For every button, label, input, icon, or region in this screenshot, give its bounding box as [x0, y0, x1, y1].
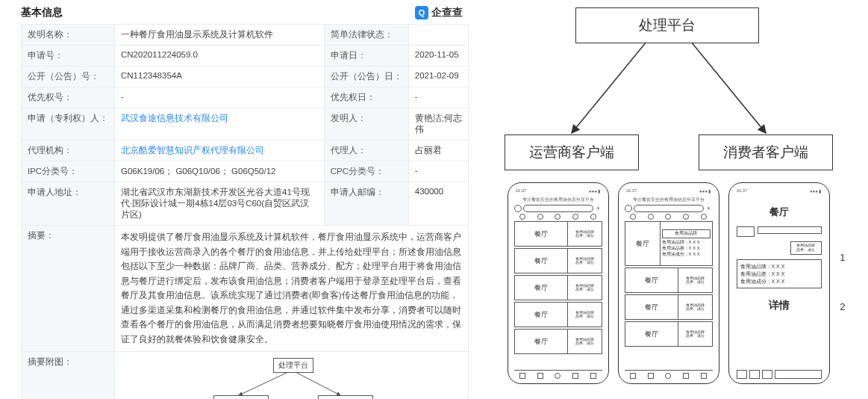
agency-link[interactable]: 北京酷爱智慧知识产权代理有限公司: [121, 146, 264, 155]
footer-icon[interactable]: [749, 370, 760, 379]
time-icon: 16:37: [737, 188, 748, 193]
location-icon: [514, 205, 522, 212]
svg-line-2: [572, 42, 646, 133]
applicant-link[interactable]: 武汉食途信息技术有限公司: [121, 114, 228, 123]
list-item[interactable]: 餐厅食用油品牌品类、成分: [625, 294, 713, 320]
tab-icon[interactable]: [537, 214, 543, 220]
tab-small[interactable]: [737, 226, 755, 237]
svg-line-0: [239, 371, 290, 395]
footer-icon[interactable]: [762, 370, 772, 379]
app-title: 专注餐饮安全的食用油信息分享平台: [511, 197, 605, 203]
tab-icon[interactable]: [590, 214, 596, 220]
signal-icon: ●●● ▮: [589, 188, 601, 194]
oil-tag: 食用油品牌品类、成分: [790, 241, 822, 255]
phone-mockup-1: 16:37●●● ▮ 专注餐饮安全的食用油信息分享平台 + 餐厅食用油品牌品类、…: [508, 182, 609, 384]
nav-icon[interactable]: [572, 373, 578, 379]
svg-line-3: [691, 42, 766, 133]
value: [408, 25, 468, 46]
table-row: 摘要： 本发明提供了餐厅食用油显示系统及计算机软件，餐厅食用油显示系统中，运营商…: [22, 226, 469, 352]
signal-icon: ●●● ▮: [699, 188, 711, 194]
progress-bar: [758, 226, 822, 234]
table-row: 摘要附图： 处理平台 运营商客户端 消费者客户端: [22, 352, 469, 399]
table-row: 申请（专利权）人： 武汉食途信息技术有限公司 发明人： 黄艳洁;何志伟: [22, 108, 469, 140]
restaurant-heading: 餐厅: [732, 205, 826, 219]
time-icon: 16:37: [626, 188, 637, 193]
svg-line-1: [294, 371, 340, 395]
search-input[interactable]: [523, 205, 593, 212]
footer-bar[interactable]: [775, 370, 822, 379]
mini-operator-box: 运营商客户端: [213, 395, 269, 399]
list-item[interactable]: 餐厅食用油品牌品类、成分: [514, 302, 602, 327]
value: 一种餐厅食用油显示系统及计算机软件: [115, 25, 325, 46]
table-row: 发明名称： 一种餐厅食用油显示系统及计算机软件 简单法律状态：: [22, 25, 469, 46]
nav-icon[interactable]: [555, 373, 561, 379]
tab-icon[interactable]: [683, 214, 689, 220]
tab-icon[interactable]: [701, 214, 707, 220]
label: 发明名称：: [22, 25, 115, 46]
table-row: 优先权号： - 优先权日： -: [22, 87, 469, 108]
location-icon: [625, 205, 632, 212]
tab-icon[interactable]: [648, 214, 654, 220]
abstract-text: 本发明提供了餐厅食用油显示系统及计算机软件，餐厅食用油显示系统中，运营商客户端用…: [115, 226, 469, 352]
info-table: 发明名称： 一种餐厅食用油显示系统及计算机软件 简单法律状态： 申请号： CN2…: [21, 24, 469, 399]
brand-text: 企查查: [431, 6, 463, 19]
phone-mockup-3: 16:37●●● ▮ 餐厅 食用油品牌品类、成分 食用油品牌：X X X 食用油…: [728, 182, 830, 384]
add-icon[interactable]: +: [705, 205, 713, 212]
architecture-diagram: 处理平台 运营商客户端 消费者客户端: [490, 3, 848, 176]
app-title: 专注餐饮安全的食用油信息分享平台: [622, 197, 716, 203]
tab-icon[interactable]: [665, 214, 671, 220]
list-item[interactable]: 餐厅食用油品牌品类、成分: [625, 321, 713, 347]
list-item-expanded[interactable]: 餐厅 食用油品牌 食用油品牌：X X X 食用油品类：X X X 食用油成分：X…: [625, 221, 713, 266]
brand-icon: Q: [415, 6, 428, 19]
signal-icon: ●●● ▮: [810, 188, 822, 194]
callout-1: 1: [840, 252, 845, 263]
nav-icon[interactable]: [630, 373, 636, 379]
list-item[interactable]: 餐厅食用油品牌品类、成分: [514, 248, 602, 273]
phone-mockups-row: 16:37●●● ▮ 专注餐饮安全的食用油信息分享平台 + 餐厅食用油品牌品类、…: [469, 182, 868, 384]
table-row: 申请号： CN202011224059.0 申请日： 2020-11-05: [22, 46, 469, 66]
time-icon: 16:37: [516, 188, 527, 193]
nav-icon[interactable]: [648, 373, 654, 379]
table-row: IPC分类号： G06K19/06； G06Q10/06； G06Q50/12 …: [22, 161, 469, 182]
consumer-client-box: 消费者客户端: [699, 134, 833, 170]
label: 简单法律状态：: [324, 25, 408, 46]
search-input[interactable]: [634, 205, 704, 212]
callout-2: 2: [840, 301, 845, 312]
list-item[interactable]: 餐厅食用油品牌品类、成分: [625, 267, 713, 293]
list-item[interactable]: 餐厅食用油品牌品类、成分: [514, 221, 602, 247]
add-icon[interactable]: +: [595, 205, 602, 212]
footer-icon[interactable]: [737, 370, 747, 379]
tab-icon[interactable]: [555, 214, 561, 220]
nav-icon[interactable]: [683, 373, 689, 379]
table-row: 申请人地址： 湖北省武汉市东湖新技术开发区光谷大道41号现代·国际设计城一期4栋…: [22, 182, 469, 226]
mini-consumer-box: 消费者客户端: [318, 395, 373, 399]
platform-box: 处理平台: [575, 7, 759, 43]
brand-logo: Q 企查查: [415, 6, 463, 19]
mini-platform-box: 处理平台: [273, 358, 313, 373]
tab-icon[interactable]: [519, 214, 525, 220]
section-title: 基本信息: [21, 6, 63, 19]
nav-icon[interactable]: [701, 373, 707, 379]
nav-icon[interactable]: [537, 373, 543, 379]
tab-icon[interactable]: [630, 214, 636, 220]
table-row: 公开（公告）号： CN112348354A 公开（公告）日： 2021-02-0…: [22, 66, 469, 87]
detail-heading: 详情: [732, 299, 826, 312]
table-row: 代理机构： 北京酷爱智慧知识产权代理有限公司 代理人： 占丽君: [22, 140, 469, 161]
abstract-figure: 处理平台 运营商客户端 消费者客户端: [206, 358, 378, 399]
nav-icon[interactable]: [590, 373, 596, 379]
nav-icon[interactable]: [665, 373, 671, 379]
operator-client-box: 运营商客户端: [505, 134, 639, 170]
phone-mockup-2: 16:37●●● ▮ 专注餐饮安全的食用油信息分享平台 + 餐厅 食用油品牌 食…: [618, 182, 719, 384]
oil-info-block: 食用油品牌：X X X 食用油品类：X X X 食用油成分：X X X: [737, 259, 822, 288]
list-item[interactable]: 餐厅食用油品牌品类、成分: [514, 329, 602, 354]
tab-icon[interactable]: [572, 214, 578, 220]
nav-icon[interactable]: [519, 373, 525, 379]
list-item[interactable]: 餐厅食用油品牌品类、成分: [514, 275, 602, 300]
